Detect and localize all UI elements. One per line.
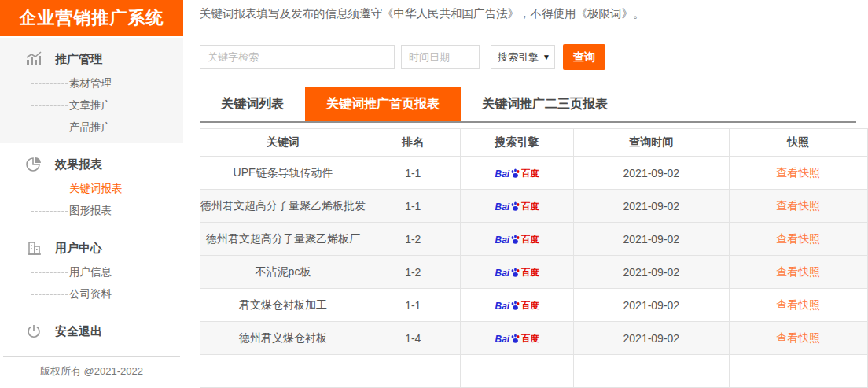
sidebar-item[interactable]: 公司资料 — [0, 283, 183, 305]
sidebar-item[interactable]: 素材管理 — [0, 72, 183, 94]
keyword-cell: 德州君文超高分子量聚乙烯板批发 — [200, 190, 366, 223]
engine-select-wrap: 搜索引擎 ▼ — [491, 45, 555, 69]
baidu-logo-du-text: 百度 — [521, 169, 539, 178]
keyword-cell: 不沾泥pc板 — [200, 256, 366, 289]
view-snapshot-link[interactable]: 查看快照 — [776, 199, 820, 212]
table-row: 德州君文超高分子量聚乙烯板批发1-1Bai百度2021-09-02查看快照 — [200, 190, 868, 223]
sidebar-group-header[interactable]: 效果报表 — [0, 151, 183, 178]
power-icon — [25, 323, 42, 340]
item-dash-decoration — [31, 83, 68, 84]
query-date-cell: 2021-09-02 — [574, 157, 729, 190]
baidu-paw-icon — [510, 334, 520, 344]
date-input[interactable] — [401, 45, 480, 69]
baidu-logo-du-text: 百度 — [521, 235, 539, 244]
main-area: 关键词报表填写及发布的信息须遵守《中华人民共和国广告法》，不得使用《极限词》。 … — [183, 0, 868, 388]
view-snapshot-link[interactable]: 查看快照 — [776, 166, 820, 179]
query-date-cell: 2021-09-02 — [574, 289, 729, 322]
query-date-cell — [574, 355, 729, 388]
sidebar-item-label: 素材管理 — [69, 76, 112, 91]
sidebar-item-label: 图形报表 — [69, 204, 112, 218]
table-header-row: 关键词排名搜索引擎查询时间快照 — [200, 129, 868, 157]
sidebar-item[interactable]: 关键词报表 — [0, 178, 183, 200]
engine-cell: Bai百度 — [460, 256, 574, 289]
keyword-cell: 德州君义煤仓衬板 — [200, 322, 366, 355]
view-snapshot-link[interactable]: 查看快照 — [776, 331, 820, 344]
view-snapshot-link[interactable]: 查看快照 — [776, 232, 820, 245]
baidu-logo: Bai百度 — [495, 301, 539, 311]
sidebar-group: 安全退出 — [0, 310, 183, 349]
sidebar-group-label: 安全退出 — [55, 324, 102, 339]
keyword-search-input[interactable] — [200, 45, 395, 69]
sidebar-item[interactable]: 图形报表 — [0, 200, 183, 222]
engine-cell: Bai百度 — [460, 223, 574, 256]
engine-cell: Bai百度 — [460, 289, 574, 322]
query-button[interactable]: 查询 — [563, 44, 605, 70]
tab-homepage-report[interactable]: 关键词推广首页报表 — [305, 87, 461, 121]
view-snapshot-link[interactable]: 查看快照 — [776, 265, 820, 278]
snapshot-cell: 查看快照 — [729, 289, 867, 322]
table-row — [200, 355, 868, 388]
engine-cell — [460, 355, 574, 388]
sidebar-item-label: 公司资料 — [69, 287, 112, 301]
table-body: UPE链条导轨传动件1-1Bai百度2021-09-02查看快照德州君文超高分子… — [200, 157, 868, 388]
rank-cell — [366, 355, 461, 388]
tab-keyword-list[interactable]: 关键词列表 — [200, 87, 305, 121]
table-row: 不沾泥pc板1-2Bai百度2021-09-02查看快照 — [200, 256, 868, 289]
report-tabs: 关键词列表关键词推广首页报表关键词推广二三页报表 — [200, 87, 856, 123]
table-row: 德州君义煤仓衬板1-4Bai百度2021-09-02查看快照 — [200, 322, 868, 355]
query-date-cell: 2021-09-02 — [574, 322, 729, 355]
keyword-cell: 君文煤仓衬板加工 — [200, 289, 366, 322]
pie-chart-icon — [25, 156, 42, 173]
baidu-paw-icon — [510, 201, 520, 212]
copyright-text: 版权所有 @2021-2022 — [3, 356, 180, 388]
sidebar-group-label: 用户中心 — [55, 241, 102, 256]
sidebar-item[interactable]: 产品推广 — [0, 116, 183, 139]
baidu-logo-du-text: 百度 — [521, 202, 539, 211]
sidebar-group: 推广管理素材管理文章推广产品推广 — [0, 38, 183, 143]
sidebar-group-header[interactable]: 用户中心 — [0, 235, 183, 261]
baidu-logo: Bai百度 — [495, 334, 539, 344]
baidu-logo-du-text: 百度 — [521, 301, 539, 310]
app-title: 企业营销推广系统 — [0, 0, 183, 36]
keyword-cell: 德州君文超高分子量聚乙烯板厂 — [200, 223, 366, 256]
query-date-cell: 2021-09-02 — [574, 256, 729, 289]
query-date-cell: 2021-09-02 — [574, 223, 729, 256]
sidebar-item[interactable]: 用户信息 — [0, 261, 183, 283]
baidu-logo-du-text: 百度 — [521, 334, 539, 343]
sidebar-item-label: 文章推广 — [69, 98, 112, 113]
rank-cell: 1-2 — [366, 256, 461, 289]
keyword-cell — [200, 355, 366, 388]
keyword-report-table: 关键词排名搜索引擎查询时间快照 UPE链条导轨传动件1-1Bai百度2021-0… — [200, 128, 868, 388]
engine-cell: Bai百度 — [460, 157, 574, 190]
column-header: 快照 — [729, 129, 867, 157]
building-icon — [25, 239, 42, 257]
baidu-logo-bai-text: Bai — [495, 268, 510, 278]
snapshot-cell: 查看快照 — [729, 190, 867, 223]
sidebar-group-header[interactable]: 推广管理 — [0, 46, 183, 72]
sidebar-group-header[interactable]: 安全退出 — [0, 318, 183, 345]
sidebar-menu: 推广管理素材管理文章推广产品推广效果报表关键词报表图形报表用户中心用户信息公司资… — [0, 36, 183, 349]
rank-cell: 1-1 — [366, 190, 461, 223]
snapshot-cell — [729, 355, 867, 388]
column-header: 排名 — [366, 129, 461, 157]
search-engine-select[interactable]: 搜索引擎 — [491, 45, 555, 69]
sidebar-group: 用户中心用户信息公司资料 — [0, 227, 183, 310]
snapshot-cell: 查看快照 — [729, 157, 867, 190]
sidebar-item[interactable]: 文章推广 — [0, 94, 183, 116]
sidebar-group-label: 效果报表 — [55, 157, 102, 172]
sidebar-group: 效果报表关键词报表图形报表 — [0, 143, 183, 227]
column-header: 关键词 — [200, 129, 366, 157]
notice-text: 关键词报表填写及发布的信息须遵守《中华人民共和国广告法》，不得使用《极限词》。 — [200, 6, 645, 21]
search-toolbar: 搜索引擎 ▼ 查询 — [200, 44, 868, 70]
app-window: 企业营销推广系统 推广管理素材管理文章推广产品推广效果报表关键词报表图形报表用户… — [0, 0, 868, 388]
item-dash-decoration — [31, 272, 68, 273]
snapshot-cell: 查看快照 — [729, 256, 867, 289]
view-snapshot-link[interactable]: 查看快照 — [776, 298, 820, 311]
baidu-logo-bai-text: Bai — [495, 169, 510, 179]
baidu-logo-bai-text: Bai — [495, 235, 510, 245]
tab-page23-report[interactable]: 关键词推广二三页报表 — [461, 87, 629, 121]
rank-cell: 1-1 — [366, 157, 461, 190]
baidu-logo: Bai百度 — [495, 235, 539, 245]
baidu-logo: Bai百度 — [495, 268, 539, 278]
baidu-logo-bai-text: Bai — [495, 301, 510, 311]
